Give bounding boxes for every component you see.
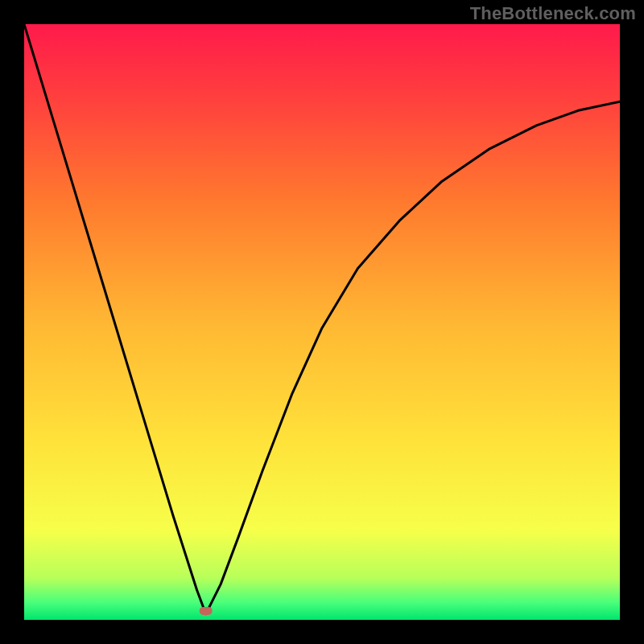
minimum-marker	[200, 607, 213, 615]
plot-area	[24, 24, 620, 620]
watermark-text: TheBottleneck.com	[470, 3, 636, 24]
chart-frame: TheBottleneck.com	[0, 0, 644, 644]
chart-svg	[24, 24, 620, 620]
